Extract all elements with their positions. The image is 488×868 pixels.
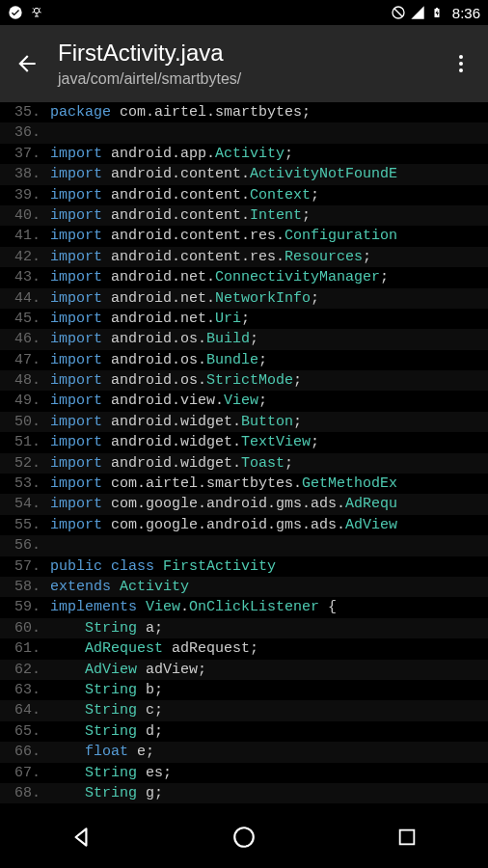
code-content[interactable]: String es;	[50, 763, 172, 783]
nav-recent-button[interactable]	[393, 823, 421, 852]
battery-charging-icon	[429, 5, 445, 20]
code-line[interactable]: 43.import android.net.ConnectivityManage…	[0, 267, 488, 287]
code-content[interactable]: import android.os.Build;	[50, 329, 258, 349]
code-line[interactable]: 36.	[0, 122, 488, 143]
code-line[interactable]: 39.import android.content.Context;	[0, 185, 488, 205]
code-line[interactable]: 55.import com.google.android.gms.ads.AdV…	[0, 515, 488, 535]
code-line[interactable]: 64. String c;	[0, 700, 488, 720]
code-content[interactable]: String a;	[50, 618, 163, 638]
line-number: 51.	[0, 432, 50, 452]
line-number: 46.	[0, 329, 50, 349]
code-content[interactable]: float e;	[50, 742, 154, 762]
line-number: 67.	[0, 763, 50, 783]
code-content[interactable]: import android.view.View;	[50, 391, 267, 411]
code-content[interactable]: import android.content.res.Resources;	[50, 247, 371, 267]
nav-back-button[interactable]	[67, 823, 95, 852]
code-content[interactable]: implements View.OnClickListener {	[50, 597, 337, 617]
code-line[interactable]: 52.import android.widget.Toast;	[0, 453, 488, 474]
code-line[interactable]: 48.import android.os.StrictMode;	[0, 370, 488, 391]
code-editor[interactable]: 35.package com.airtel.smartbytes;36.37.i…	[0, 102, 488, 806]
code-content[interactable]: import android.content.Intent;	[50, 205, 311, 226]
code-line[interactable]: 63. String b;	[0, 680, 488, 700]
app-bar: FirstActivity.java java/com/airtel/smart…	[0, 25, 488, 102]
android-status-bar: 8:36	[0, 0, 488, 25]
code-line[interactable]: 41.import android.content.res.Configurat…	[0, 226, 488, 246]
line-number: 62.	[0, 660, 50, 680]
line-number: 59.	[0, 597, 50, 617]
code-content[interactable]: import android.widget.Toast;	[50, 453, 293, 474]
code-content[interactable]: import android.widget.Button;	[50, 412, 302, 432]
code-content[interactable]: import com.google.android.gms.ads.AdView	[50, 515, 397, 535]
code-line[interactable]: 57.public class FirstActivity	[0, 556, 488, 577]
code-line[interactable]: 58.extends Activity	[0, 577, 488, 597]
code-content[interactable]: String g;	[50, 783, 163, 803]
code-content[interactable]: public class FirstActivity	[50, 556, 276, 577]
code-content[interactable]: package com.airtel.smartbytes;	[50, 102, 311, 122]
code-line[interactable]: 44.import android.net.NetworkInfo;	[0, 288, 488, 309]
code-content[interactable]: import android.net.Uri;	[50, 309, 250, 329]
code-content[interactable]: import android.net.NetworkInfo;	[50, 288, 319, 309]
code-content[interactable]: extends Activity	[50, 577, 189, 597]
code-content[interactable]: String d;	[50, 721, 163, 742]
code-content[interactable]: import android.net.ConnectivityManager;	[50, 267, 389, 287]
code-line[interactable]: 67. String es;	[0, 763, 488, 783]
code-line[interactable]: 45.import android.net.Uri;	[0, 309, 488, 329]
android-nav-bar	[0, 806, 488, 868]
code-line[interactable]: 65. String d;	[0, 721, 488, 742]
code-line[interactable]: 62. AdView adView;	[0, 660, 488, 680]
code-line[interactable]: 38.import android.content.ActivityNotFou…	[0, 164, 488, 184]
code-line[interactable]: 61. AdRequest adRequest;	[0, 638, 488, 659]
overflow-menu-button[interactable]	[447, 50, 474, 77]
line-number: 56.	[0, 535, 50, 556]
code-content[interactable]: import android.os.StrictMode;	[50, 370, 302, 391]
code-line[interactable]: 49.import android.view.View;	[0, 391, 488, 411]
line-number: 68.	[0, 783, 50, 803]
nav-home-button[interactable]	[230, 823, 258, 852]
code-content[interactable]: import android.content.ActivityNotFoundE	[50, 164, 397, 184]
code-line[interactable]: 35.package com.airtel.smartbytes;	[0, 102, 488, 122]
code-line[interactable]: 59.implements View.OnClickListener {	[0, 597, 488, 617]
code-line[interactable]: 54.import com.google.android.gms.ads.AdR…	[0, 494, 488, 514]
code-content[interactable]: String c;	[50, 700, 163, 720]
line-number: 55.	[0, 515, 50, 535]
line-number: 64.	[0, 700, 50, 720]
code-content[interactable]: AdRequest adRequest;	[50, 638, 258, 659]
code-line[interactable]: 37.import android.app.Activity;	[0, 144, 488, 164]
line-number: 58.	[0, 577, 50, 597]
no-sim-icon	[391, 5, 406, 20]
line-number: 65.	[0, 721, 50, 742]
code-line[interactable]: 40.import android.content.Intent;	[0, 205, 488, 226]
code-line[interactable]: 56.	[0, 535, 488, 556]
code-line[interactable]: 42.import android.content.res.Resources;	[0, 247, 488, 267]
code-content[interactable]: import android.content.Context;	[50, 185, 319, 205]
code-line[interactable]: 53.import com.airtel.smartbytes.GetMetho…	[0, 474, 488, 494]
code-content[interactable]: import android.app.Activity;	[50, 144, 293, 164]
code-content[interactable]: import com.google.android.gms.ads.AdRequ	[50, 494, 397, 514]
code-line[interactable]: 51.import android.widget.TextView;	[0, 432, 488, 452]
line-number: 52.	[0, 453, 50, 474]
svg-rect-6	[399, 830, 414, 845]
line-number: 66.	[0, 742, 50, 762]
line-number: 40.	[0, 205, 50, 226]
code-content[interactable]: import android.content.res.Configuration	[50, 226, 397, 246]
line-number: 41.	[0, 226, 50, 246]
code-content[interactable]: import android.widget.TextView;	[50, 432, 319, 452]
code-line[interactable]: 68. String g;	[0, 783, 488, 803]
back-button[interactable]	[14, 50, 41, 77]
line-number: 38.	[0, 164, 50, 184]
line-number: 49.	[0, 391, 50, 411]
code-line[interactable]: 46.import android.os.Build;	[0, 329, 488, 349]
code-line[interactable]: 47.import android.os.Bundle;	[0, 350, 488, 370]
svg-point-0	[9, 6, 21, 18]
line-number: 54.	[0, 494, 50, 514]
code-content[interactable]: import android.os.Bundle;	[50, 350, 267, 370]
code-line[interactable]: 60. String a;	[0, 618, 488, 638]
code-content[interactable]: String b;	[50, 680, 163, 700]
code-line[interactable]: 50.import android.widget.Button;	[0, 412, 488, 432]
line-number: 39.	[0, 185, 50, 205]
code-line[interactable]: 66. float e;	[0, 742, 488, 762]
code-content[interactable]: import com.airtel.smartbytes.GetMethodEx	[50, 474, 397, 494]
code-content[interactable]: AdView adView;	[50, 660, 206, 680]
line-number: 45.	[0, 309, 50, 329]
svg-point-5	[234, 827, 254, 847]
